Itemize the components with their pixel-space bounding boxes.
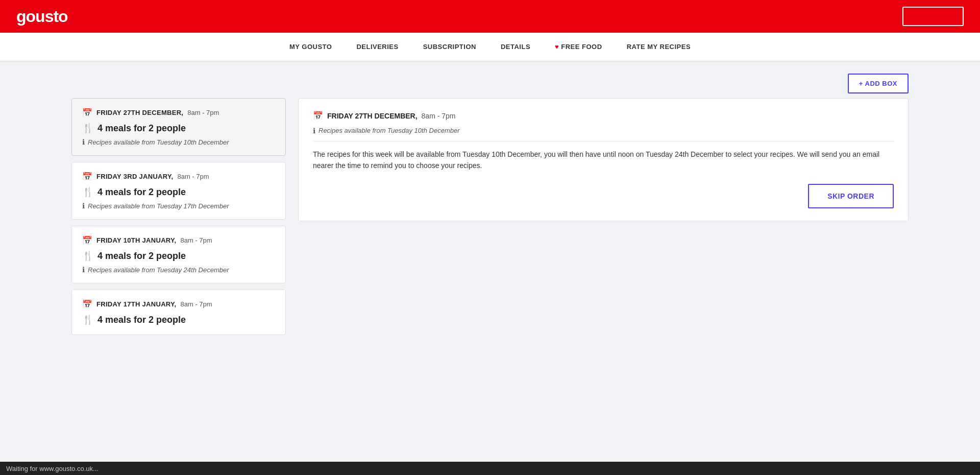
info-icon: ℹ bbox=[82, 138, 85, 146]
delivery-card-dec27[interactable]: 📅 FRIDAY 27TH DECEMBER, 8am - 7pm 🍴 4 me… bbox=[71, 98, 286, 156]
panel-description: The recipes for this week will be availa… bbox=[313, 141, 894, 172]
card-date: FRIDAY 10TH JANUARY, bbox=[96, 236, 177, 244]
panel-date: FRIDAY 27TH DECEMBER, bbox=[327, 112, 418, 120]
heart-icon: ♥ bbox=[555, 43, 559, 51]
main-content: + ADD BOX 📅 FRIDAY 27TH DECEMBER, 8am - … bbox=[0, 61, 980, 347]
calendar-icon: 📅 bbox=[82, 172, 92, 181]
card-meals: 4 meals for 2 people bbox=[97, 187, 186, 198]
nav-item-free-food[interactable]: ♥FREE FOOD bbox=[555, 43, 602, 51]
main-nav: MY GOUSTO DELIVERIES SUBSCRIPTION DETAIL… bbox=[0, 33, 980, 61]
panel-info-italic: Recipes available from Tuesday 10th Dece… bbox=[318, 127, 460, 134]
detail-panel: 📅 FRIDAY 27TH DECEMBER, 8am - 7pm ℹ Reci… bbox=[298, 98, 909, 221]
delivery-list: 📅 FRIDAY 27TH DECEMBER, 8am - 7pm 🍴 4 me… bbox=[71, 98, 286, 335]
utensils-icon: 🍴 bbox=[82, 250, 93, 262]
header-button[interactable] bbox=[902, 7, 964, 26]
header: gousto bbox=[0, 0, 980, 33]
card-meals: 4 meals for 2 people bbox=[97, 315, 186, 325]
card-info: Recipes available from Tuesday 17th Dece… bbox=[88, 202, 229, 210]
card-info: Recipes available from Tuesday 10th Dece… bbox=[88, 138, 229, 146]
info-icon: ℹ bbox=[82, 266, 85, 274]
delivery-card-jan17[interactable]: 📅 FRIDAY 17TH JANUARY, 8am - 7pm 🍴 4 mea… bbox=[71, 290, 286, 335]
nav-item-rate-my-recipes[interactable]: RATE MY RECIPES bbox=[627, 43, 691, 51]
delivery-card-jan3[interactable]: 📅 FRIDAY 3RD JANUARY, 8am - 7pm 🍴 4 meal… bbox=[71, 162, 286, 220]
card-info: Recipes available from Tuesday 24th Dece… bbox=[88, 266, 229, 274]
card-time: 8am - 7pm bbox=[187, 109, 219, 116]
nav-item-my-gousto[interactable]: MY GOUSTO bbox=[289, 43, 332, 51]
card-time: 8am - 7pm bbox=[181, 236, 212, 244]
card-meals: 4 meals for 2 people bbox=[97, 123, 186, 134]
card-date: FRIDAY 27TH DECEMBER, bbox=[96, 109, 183, 116]
panel-info-icon: ℹ bbox=[313, 127, 315, 135]
status-bar: Waiting for www.gousto.co.uk... bbox=[0, 462, 980, 475]
card-meals: 4 meals for 2 people bbox=[97, 251, 186, 262]
skip-order-button[interactable]: SKIP ORDER bbox=[808, 184, 894, 208]
utensils-icon: 🍴 bbox=[82, 123, 93, 134]
nav-item-deliveries[interactable]: DELIVERIES bbox=[356, 43, 398, 51]
status-text: Waiting for www.gousto.co.uk... bbox=[6, 465, 99, 472]
add-box-button[interactable]: + ADD BOX bbox=[848, 74, 909, 93]
logo: gousto bbox=[16, 7, 68, 26]
info-icon: ℹ bbox=[82, 202, 85, 210]
nav-item-subscription[interactable]: SUBSCRIPTION bbox=[423, 43, 476, 51]
delivery-card-jan10[interactable]: 📅 FRIDAY 10TH JANUARY, 8am - 7pm 🍴 4 mea… bbox=[71, 226, 286, 283]
calendar-icon: 📅 bbox=[82, 299, 92, 309]
card-time: 8am - 7pm bbox=[181, 300, 212, 308]
utensils-icon: 🍴 bbox=[82, 314, 93, 325]
card-time: 8am - 7pm bbox=[177, 173, 209, 180]
card-date: FRIDAY 17TH JANUARY, bbox=[96, 300, 177, 308]
calendar-icon: 📅 bbox=[82, 235, 92, 245]
nav-item-details[interactable]: DETAILS bbox=[501, 43, 530, 51]
calendar-icon: 📅 bbox=[82, 108, 92, 117]
panel-calendar-icon: 📅 bbox=[313, 111, 323, 121]
utensils-icon: 🍴 bbox=[82, 186, 93, 198]
card-date: FRIDAY 3RD JANUARY, bbox=[96, 173, 173, 180]
panel-time: 8am - 7pm bbox=[422, 112, 456, 120]
